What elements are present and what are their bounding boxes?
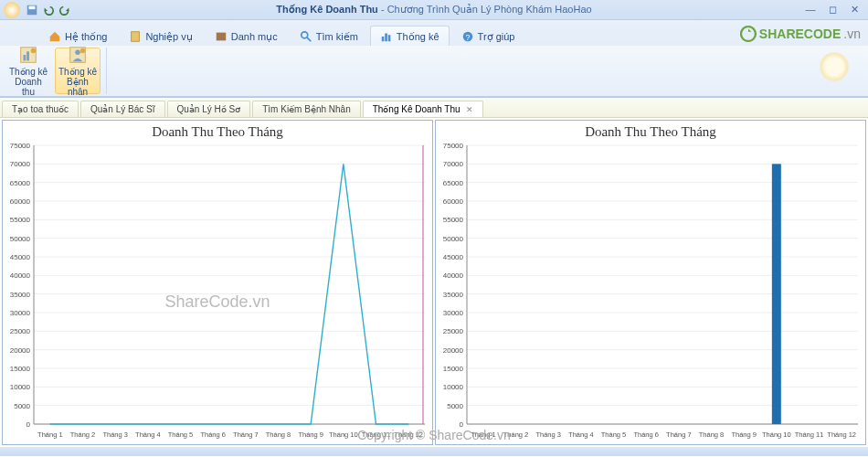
svg-text:Tháng 11: Tháng 11 — [362, 430, 391, 439]
bigbtn-label: Thống kê Doanh thu — [8, 67, 48, 97]
save-icon[interactable] — [26, 4, 38, 16]
ribbon-tab-label: Tìm kiếm — [316, 31, 358, 43]
chart-title: Doanh Thu Theo Tháng — [3, 121, 432, 142]
svg-text:30000: 30000 — [443, 309, 464, 317]
ribbon-tab-thong-ke[interactable]: Thống kê — [370, 26, 450, 47]
ribbon-tab-label: Trợ giúp — [478, 31, 515, 43]
bigbtn-label: Thống kê Bệnh nhân — [58, 67, 98, 97]
logo-tld: .vn — [843, 27, 861, 41]
line-chart: 0500010000150002000025000300003500040000… — [3, 142, 432, 444]
search-icon — [300, 30, 312, 43]
svg-point-14 — [31, 48, 37, 54]
svg-text:40000: 40000 — [443, 271, 464, 280]
svg-text:5000: 5000 — [14, 402, 30, 410]
redo-icon[interactable] — [58, 4, 71, 16]
svg-text:40000: 40000 — [10, 271, 31, 280]
ribbon-body: Thống kê Doanh thu Thống kê Bệnh nhân — [0, 46, 868, 97]
ribbon-group-thong-ke: Thống kê Doanh thu Thống kê Bệnh nhân — [5, 48, 107, 94]
svg-text:50000: 50000 — [10, 235, 31, 243]
list-icon — [215, 30, 228, 43]
maximize-button[interactable]: ◻ — [822, 2, 842, 16]
svg-text:30000: 30000 — [10, 309, 31, 317]
svg-text:5000: 5000 — [447, 402, 463, 410]
ribbon-tab-he-thong[interactable]: Hệ thống — [38, 26, 117, 47]
ribbon-tab-label: Danh mục — [231, 31, 278, 43]
doc-tab-tao-toa-thuoc[interactable]: Tạo toa thuốc — [2, 101, 79, 117]
svg-rect-2 — [132, 32, 140, 42]
svg-text:Tháng 2: Tháng 2 — [503, 430, 529, 439]
title-prefix: Thống Kê Doanh Thu — [276, 4, 377, 15]
bar-chart: 0500010000150002000025000300003500040000… — [436, 142, 865, 444]
svg-line-5 — [307, 37, 311, 41]
svg-text:?: ? — [465, 33, 470, 42]
svg-rect-12 — [24, 55, 26, 60]
svg-text:Tháng 6: Tháng 6 — [633, 430, 659, 439]
title-suffix: Chương Trình Quản Lý Phòng Khám HaoHao — [387, 4, 592, 15]
svg-text:35000: 35000 — [10, 291, 31, 299]
chart-panel-line: Doanh Thu Theo Tháng 0500010000150002000… — [2, 120, 433, 445]
ribbon-tab-label: Hệ thống — [65, 31, 107, 43]
minimize-button[interactable]: — — [800, 2, 820, 16]
btn-thong-ke-doanh-thu[interactable]: Thống kê Doanh thu — [5, 48, 51, 94]
svg-text:Tháng 6: Tháng 6 — [200, 430, 226, 439]
svg-text:50000: 50000 — [443, 235, 464, 243]
svg-text:45000: 45000 — [10, 253, 31, 261]
close-button[interactable]: ✕ — [844, 2, 864, 16]
svg-text:55000: 55000 — [443, 216, 464, 224]
document-tabs: Tạo toa thuốc Quản Lý Bác Sĩ Quản Lý Hồ … — [0, 98, 868, 118]
app-orb[interactable] — [4, 2, 20, 18]
content-area: Doanh Thu Theo Tháng 0500010000150002000… — [0, 118, 868, 447]
svg-text:20000: 20000 — [443, 346, 464, 355]
svg-text:Tháng 5: Tháng 5 — [168, 430, 194, 439]
svg-rect-13 — [26, 51, 29, 60]
svg-text:10000: 10000 — [10, 383, 31, 391]
svg-text:Tháng 1: Tháng 1 — [471, 430, 496, 439]
svg-text:0: 0 — [26, 420, 31, 429]
logo-text: SHARECODE — [759, 27, 841, 41]
doc-tab-label: Tạo toa thuốc — [12, 104, 69, 114]
svg-rect-7 — [385, 34, 387, 42]
clipboard-icon — [129, 30, 142, 43]
moon-decor — [819, 51, 850, 82]
svg-text:15000: 15000 — [443, 365, 464, 373]
svg-point-4 — [302, 32, 308, 38]
svg-text:Tháng 4: Tháng 4 — [568, 430, 594, 439]
svg-point-16 — [75, 50, 80, 56]
doc-tab-quan-ly-bac-si[interactable]: Quản Lý Bác Sĩ — [80, 101, 164, 117]
svg-rect-8 — [388, 35, 391, 41]
ribbon-tab-label: Nghiệp vụ — [145, 31, 192, 43]
svg-text:60000: 60000 — [10, 197, 31, 206]
svg-text:Tháng 10: Tháng 10 — [762, 430, 791, 439]
svg-text:Tháng 3: Tháng 3 — [535, 430, 561, 439]
svg-text:10000: 10000 — [443, 383, 464, 391]
svg-text:75000: 75000 — [443, 142, 464, 150]
svg-text:55000: 55000 — [10, 216, 31, 224]
svg-text:Tháng 4: Tháng 4 — [135, 430, 161, 439]
ribbon-tabs: Hệ thống Nghiệp vụ Danh mục Tìm kiếm Thố… — [0, 20, 868, 46]
svg-text:15000: 15000 — [10, 365, 31, 373]
btn-thong-ke-benh-nhan[interactable]: Thống kê Bệnh nhân — [55, 48, 101, 94]
svg-text:Tháng 8: Tháng 8 — [699, 430, 725, 439]
ribbon: Hệ thống Nghiệp vụ Danh mục Tìm kiếm Thố… — [0, 20, 868, 98]
svg-point-17 — [80, 48, 86, 54]
chart-title: Doanh Thu Theo Tháng — [436, 121, 865, 142]
chart-icon — [380, 30, 393, 43]
doc-tab-tim-kiem-benh-nhan[interactable]: Tìm Kiếm Bệnh Nhân — [252, 101, 360, 117]
patient-report-icon — [68, 45, 88, 65]
ribbon-tab-nghiep-vu[interactable]: Nghiệp vụ — [119, 26, 202, 47]
ribbon-tab-tim-kiem[interactable]: Tìm kiếm — [290, 26, 368, 47]
home-icon — [48, 30, 61, 43]
svg-text:Tháng 8: Tháng 8 — [266, 430, 291, 439]
doc-tab-thong-ke-doanh-thu[interactable]: Thống Kê Doanh Thu ✕ — [363, 101, 483, 117]
svg-text:Tháng 9: Tháng 9 — [731, 430, 757, 439]
ribbon-tab-tro-giup[interactable]: ? Trợ giúp — [451, 26, 525, 47]
ribbon-tab-danh-muc[interactable]: Danh mục — [205, 26, 288, 47]
close-icon[interactable]: ✕ — [466, 105, 473, 114]
titlebar: Thống Kê Doanh Thu - Chương Trình Quản L… — [0, 0, 868, 20]
svg-rect-3 — [216, 33, 226, 41]
svg-text:Tháng 12: Tháng 12 — [827, 430, 856, 439]
svg-text:Tháng 12: Tháng 12 — [394, 430, 423, 439]
svg-text:60000: 60000 — [443, 197, 464, 206]
undo-icon[interactable] — [42, 4, 55, 16]
doc-tab-quan-ly-ho-so[interactable]: Quản Lý Hồ Sơ — [167, 101, 251, 117]
